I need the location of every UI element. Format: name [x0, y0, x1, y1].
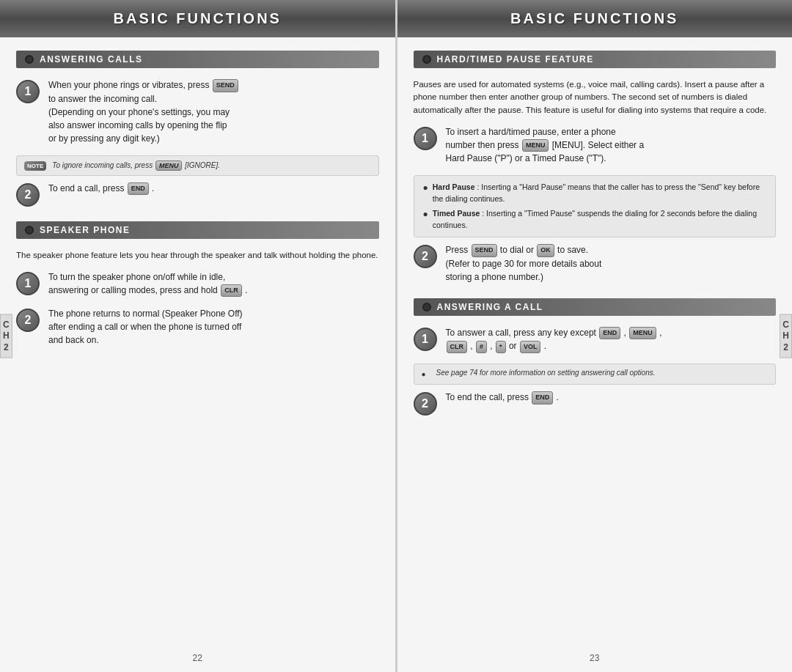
- menu-key-pause: MENU: [522, 139, 549, 152]
- menu-key-note: MENU: [155, 160, 183, 171]
- answering-calls-step2: 2 To end a call, press END .: [16, 182, 379, 207]
- hard-pause-row: ● Hard Pause : Inserting a "Hard Pause" …: [423, 182, 767, 205]
- vol-key: VOL: [520, 341, 541, 354]
- right-page-header: BASIC FUNCTIONS: [397, 0, 793, 37]
- star-key: *: [496, 341, 506, 354]
- answering-call-note-box: ● See page 74 for more information on se…: [414, 363, 777, 385]
- menu-key-2: MENU: [629, 327, 656, 340]
- pause-info-box: ● Hard Pause : Inserting a "Hard Pause" …: [414, 175, 777, 237]
- clr-key: CLR: [221, 284, 242, 298]
- note-text: To ignore incoming calls, press MENU [IG…: [52, 160, 220, 171]
- hard-pause-step2-content: Press SEND to dial or OK to save. (Refer…: [446, 243, 777, 284]
- section-bullet: [25, 55, 34, 64]
- answering-calls-title: ANSWERING CALLS: [40, 54, 143, 64]
- answering-call-header: ANSWERING A CALL: [414, 298, 777, 316]
- answering-call-step2: 2 To end the call, press END .: [414, 391, 777, 416]
- left-page: C H 2 BASIC FUNCTIONS ANSWERING CALLS 1 …: [0, 0, 395, 672]
- speaker-step2: 2 The phone returns to normal (Speaker P…: [16, 307, 379, 347]
- answering-call-title: ANSWERING A CALL: [437, 302, 543, 312]
- timed-pause-info: Timed Pause : Inserting a "Timed Pause" …: [433, 208, 766, 232]
- hard-pause-header: HARD/TIMED PAUSE FEATURE: [414, 51, 777, 68]
- answering-calls-section: ANSWERING CALLS 1 When your phone rings …: [16, 51, 379, 207]
- hash-key: #: [476, 341, 487, 354]
- end-key-2: END: [599, 327, 620, 340]
- answering-call-step-number-1: 1: [414, 328, 437, 351]
- end-key: END: [128, 182, 149, 196]
- left-page-number: 22: [0, 647, 395, 672]
- left-title: BASIC FUNCTIONS: [15, 10, 381, 27]
- step-number-1: 1: [16, 80, 40, 103]
- step2-content: To end a call, press END .: [48, 182, 379, 196]
- hard-pause-title: HARD/TIMED PAUSE FEATURE: [437, 54, 594, 64]
- end-key-3: END: [532, 391, 553, 405]
- hard-pause-section: HARD/TIMED PAUSE FEATURE Pauses are used…: [414, 51, 777, 284]
- step1-content: When your phone rings or vibrates, press…: [48, 78, 379, 145]
- hard-pause-info: Hard Pause : Inserting a "Hard Pause" me…: [433, 182, 766, 205]
- right-title: BASIC FUNCTIONS: [412, 10, 778, 27]
- hard-pause-step-number-1: 1: [414, 127, 437, 150]
- speaker-step-number-2: 2: [16, 309, 40, 332]
- answering-calls-header: ANSWERING CALLS: [16, 51, 379, 68]
- right-page-number: 23: [397, 647, 793, 672]
- ok-key: OK: [537, 244, 554, 257]
- clr-key-2: CLR: [447, 341, 468, 354]
- speaker-phone-section: SPEAKER PHONE The speaker phone feature …: [16, 221, 379, 347]
- answering-calls-step1: 1 When your phone rings or vibrates, pre…: [16, 78, 379, 145]
- left-content: ANSWERING CALLS 1 When your phone rings …: [0, 37, 395, 647]
- hard-pause-step-number-2: 2: [414, 245, 437, 268]
- hard-pause-step1: 1 To insert a hard/timed pause, enter a …: [414, 125, 777, 166]
- speaker-phone-header: SPEAKER PHONE: [16, 221, 379, 239]
- section-bullet-2: [25, 226, 34, 235]
- step-number-2: 2: [16, 183, 40, 207]
- timed-pause-row: ● Timed Pause : Inserting a "Timed Pause…: [423, 208, 767, 232]
- answering-call-section: ANSWERING A CALL 1 To answer a call, pre…: [414, 298, 777, 416]
- hard-pause-desc: Pauses are used for automated systems (e…: [414, 78, 777, 117]
- note-icon: NOTE: [24, 161, 46, 171]
- speaker-step1: 1 To turn the speaker phone on/off while…: [16, 270, 379, 298]
- bullet-2: ●: [423, 208, 428, 221]
- answering-call-step-number-2: 2: [414, 392, 437, 416]
- right-content: HARD/TIMED PAUSE FEATURE Pauses are used…: [397, 37, 793, 647]
- hard-pause-step1-content: To insert a hard/timed pause, enter a ph…: [446, 125, 777, 166]
- ignore-note-box: NOTE To ignore incoming calls, press MEN…: [16, 155, 379, 176]
- right-page: C H 2 BASIC FUNCTIONS HARD/TIMED PAUSE F…: [397, 0, 793, 672]
- section-bullet-3: [422, 55, 431, 64]
- bullet-1: ●: [423, 182, 428, 194]
- answering-call-note-text: See page 74 for more information on sett…: [436, 369, 656, 377]
- speaker-step2-content: The phone returns to normal (Speaker Pho…: [48, 307, 379, 347]
- send-key-2: SEND: [472, 244, 497, 257]
- speaker-phone-desc: The speaker phone feature lets you hear …: [16, 249, 379, 262]
- answering-call-step1-content: To answer a call, press any key except E…: [446, 326, 777, 353]
- speaker-phone-title: SPEAKER PHONE: [40, 225, 131, 235]
- answering-call-step1: 1 To answer a call, press any key except…: [414, 326, 777, 353]
- section-bullet-4: [422, 303, 431, 311]
- speaker-step-number-1: 1: [16, 272, 40, 295]
- left-page-header: BASIC FUNCTIONS: [0, 0, 395, 37]
- answering-call-step2-content: To end the call, press END .: [446, 391, 777, 405]
- send-key: SEND: [213, 79, 238, 92]
- hard-pause-step2: 2 Press SEND to dial or OK to save. (Ref…: [414, 243, 777, 284]
- speaker-step1-content: To turn the speaker phone on/off while i…: [48, 270, 379, 298]
- bullet-3: ●: [422, 369, 426, 380]
